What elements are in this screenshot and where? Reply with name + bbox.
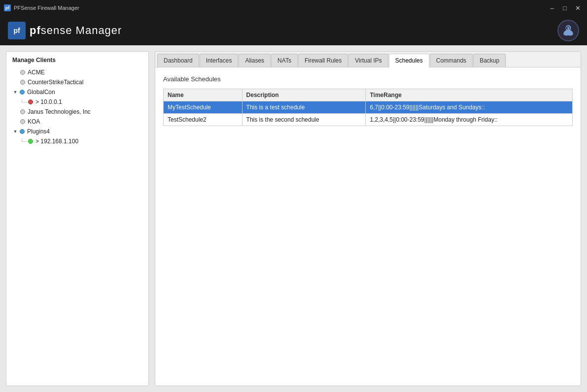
expand-plugins4: ▼ <box>12 129 18 134</box>
tree-node-janus[interactable]: Janus Technologies, Inc <box>10 107 144 117</box>
schedules-table: Name Description TimeRange MyTestSchedul… <box>163 89 573 126</box>
tab-backup[interactable]: Backup <box>473 54 506 67</box>
cell-name-0: MyTestSchedule <box>164 101 242 114</box>
tab-firewall-rules[interactable]: Firewall Rules <box>298 54 348 67</box>
label-counterstrike: CounterStrikeTactical <box>28 79 83 86</box>
tab-aliases[interactable]: Aliases <box>239 54 271 67</box>
dot-globalcon-ip <box>28 99 33 104</box>
label-plugins4-ip: > 192.168.1.100 <box>35 138 78 145</box>
connector-globalcon-ip: └─ <box>20 99 28 105</box>
cell-timerange-1: 1,2,3,4,5||0:00-23:59||||||Monday throug… <box>366 114 573 126</box>
tree-node-counterstrike[interactable]: CounterStrikeTactical <box>10 77 144 87</box>
minimize-button[interactable]: – <box>547 2 557 13</box>
label-globalcon: GlobalCon <box>27 89 55 96</box>
tree-node-plugins4[interactable]: ▼ Plugins4 <box>10 127 144 136</box>
label-plugins4: Plugins4 <box>27 128 50 135</box>
table-row[interactable]: TestSchedule2This is the second schedule… <box>164 114 573 126</box>
dot-counterstrike <box>20 80 25 85</box>
col-timerange: TimeRange <box>366 89 573 101</box>
app-logo: pf pfsense Manager <box>8 22 122 39</box>
section-title: Available Schedules <box>163 75 573 83</box>
label-janus: Janus Technologies, Inc <box>28 108 91 115</box>
tab-nats[interactable]: NATs <box>271 54 298 67</box>
tree-node-globalcon[interactable]: ▼ GlobalCon <box>10 87 144 97</box>
tab-virtual-ips[interactable]: Virtual IPs <box>348 54 388 67</box>
cell-name-1: TestSchedule2 <box>164 114 242 126</box>
sidebar: Manage Clients ACME CounterStrikeTactica… <box>6 51 149 386</box>
dot-koa <box>20 119 25 124</box>
tab-content-schedules: Available Schedules Name Description Tim… <box>155 67 581 386</box>
tab-interfaces[interactable]: Interfaces <box>200 54 239 67</box>
table-row[interactable]: MyTestScheduleThis is a test schedule6,7… <box>164 101 573 114</box>
dot-globalcon <box>20 90 25 95</box>
main-content: Manage Clients ACME CounterStrikeTactica… <box>0 45 587 392</box>
label-globalcon-ip: > 10.0.0.1 <box>35 98 62 105</box>
close-button[interactable]: ✕ <box>572 2 583 13</box>
tree-node-acme[interactable]: ACME <box>10 67 144 77</box>
col-description: Description <box>242 89 366 101</box>
maximize-button[interactable]: □ <box>559 2 570 13</box>
dragon-icon <box>562 24 575 37</box>
tab-commands[interactable]: Commands <box>430 54 473 67</box>
logo-box: pf <box>8 22 26 39</box>
dot-plugins4 <box>20 129 25 134</box>
tree-node-globalcon-ip[interactable]: └─ > 10.0.0.1 <box>10 97 144 107</box>
cell-description-0: This is a test schedule <box>242 101 366 114</box>
sidebar-title: Manage Clients <box>10 57 144 64</box>
expand-globalcon: ▼ <box>12 89 18 95</box>
title-bar-controls: – □ ✕ <box>547 2 583 13</box>
table-header-row: Name Description TimeRange <box>164 89 573 101</box>
tab-schedules[interactable]: Schedules <box>389 54 429 67</box>
right-panel: Dashboard Interfaces Aliases NATs Firewa… <box>155 51 581 386</box>
title-bar: pf PFSense Firewall Manager – □ ✕ <box>0 0 587 16</box>
tree-node-koa[interactable]: KOA <box>10 117 144 127</box>
dot-acme <box>20 70 25 75</box>
title-bar-left: pf PFSense Firewall Manager <box>4 4 79 11</box>
dot-plugins4-ip <box>28 139 33 144</box>
logo-text: pfsense Manager <box>30 24 122 37</box>
label-koa: KOA <box>28 118 40 125</box>
col-name: Name <box>164 89 242 101</box>
header-profile-icon[interactable] <box>557 20 579 41</box>
tab-dashboard[interactable]: Dashboard <box>157 54 199 67</box>
dot-janus <box>20 109 25 114</box>
client-tree: ACME CounterStrikeTactical ▼ GlobalCon └… <box>10 67 144 146</box>
window-title: PFSense Firewall Manager <box>14 5 79 11</box>
cell-description-1: This is the second schedule <box>242 114 366 126</box>
connector-plugins4-ip: └─ <box>20 139 28 144</box>
app-icon: pf <box>4 4 11 11</box>
tree-node-plugins4-ip[interactable]: └─ > 192.168.1.100 <box>10 136 144 146</box>
label-acme: ACME <box>28 69 45 76</box>
header-bar: pf pfsense Manager <box>0 16 587 45</box>
cell-timerange-0: 6,7||0:00-23:59||||||Saturdays and Sunda… <box>366 101 573 114</box>
tabs-bar: Dashboard Interfaces Aliases NATs Firewa… <box>155 52 581 67</box>
